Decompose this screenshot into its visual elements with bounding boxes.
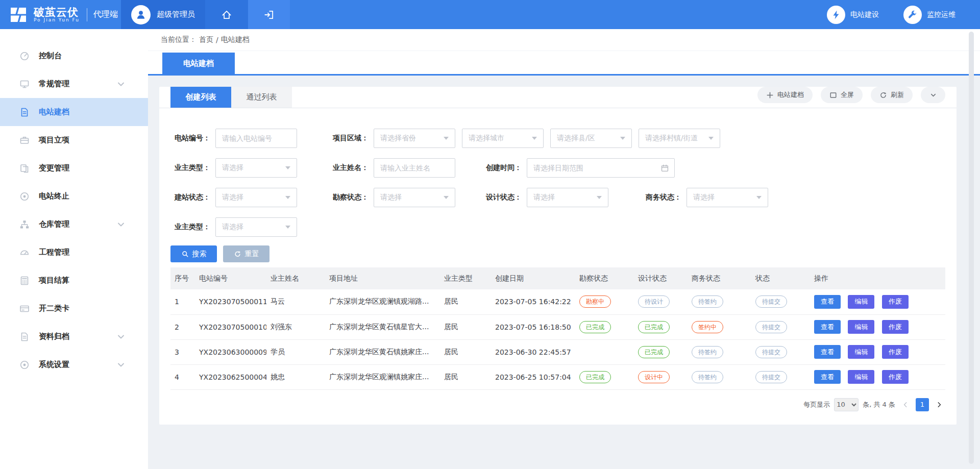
sidebar-item-engineering-mgmt[interactable]: 工程管理 bbox=[0, 238, 148, 266]
edit-button[interactable]: 编辑 bbox=[848, 295, 874, 309]
station-code-input[interactable] bbox=[216, 129, 297, 147]
nav-station-build-label: 电站建设 bbox=[850, 10, 879, 19]
list-toolbar: 创建列表 通过列表 电站建档 全屏 刷新 bbox=[159, 87, 957, 108]
sidebar: 控制台 常规管理 电站建档 项目立项 变更管理 电站终止 仓库管理 工程管理 项… bbox=[0, 29, 148, 469]
reset-icon bbox=[234, 250, 241, 258]
breadcrumb: 当前位置： 首页 / 电站建档 bbox=[148, 29, 980, 51]
sidebar-item-system-settings[interactable]: 系统设置 bbox=[0, 351, 148, 379]
add-station-button[interactable]: 电站建档 bbox=[757, 87, 813, 103]
user-menu[interactable]: 超级管理员 bbox=[121, 0, 205, 29]
prev-page-button[interactable] bbox=[899, 399, 912, 411]
survey-status-badge: 已完成 bbox=[579, 321, 611, 333]
town-select[interactable]: 请选择村镇/街道 bbox=[639, 129, 720, 148]
home-button[interactable] bbox=[205, 0, 248, 29]
nav-monitor-ops[interactable]: 监控运维 bbox=[903, 0, 955, 29]
owner-type2-select[interactable]: 请选择 bbox=[215, 217, 297, 237]
bolt-icon bbox=[831, 10, 841, 20]
business-status-select[interactable]: 请选择 bbox=[687, 188, 768, 207]
sidebar-item-station-termination[interactable]: 电站终止 bbox=[0, 182, 148, 210]
search-button[interactable]: 搜索 bbox=[170, 245, 217, 262]
city-select[interactable]: 请选择城市 bbox=[462, 129, 544, 148]
fullscreen-icon bbox=[829, 91, 837, 99]
business-status-badge: 待签约 bbox=[692, 371, 723, 383]
monitor-icon bbox=[19, 79, 30, 89]
brand-logo-icon bbox=[8, 5, 29, 25]
view-button[interactable]: 查看 bbox=[814, 370, 841, 384]
plus-icon bbox=[766, 91, 774, 99]
caret-icon bbox=[444, 137, 449, 140]
table-row: 4 YX2023062500004 姚忠 广东深圳龙华区观澜镇姚家庄... 居民… bbox=[170, 364, 945, 389]
per-page-select[interactable]: 10 bbox=[834, 398, 859, 411]
caret-icon bbox=[444, 196, 449, 199]
edit-button[interactable]: 编辑 bbox=[848, 320, 874, 334]
date-range-input[interactable] bbox=[527, 159, 660, 177]
design-status-select[interactable]: 请选择 bbox=[527, 188, 608, 207]
owner-name-input[interactable] bbox=[374, 159, 455, 177]
sidebar-item-station-archive[interactable]: 电站建档 bbox=[0, 98, 148, 126]
sidebar-item-general-mgmt[interactable]: 常规管理 bbox=[0, 70, 148, 98]
caret-icon bbox=[597, 196, 602, 199]
chevron-left-icon bbox=[902, 401, 909, 408]
nav-station-build[interactable]: 电站建设 bbox=[827, 0, 879, 29]
caret-icon bbox=[532, 137, 537, 140]
total-count-label: 条, 共 4 条 bbox=[863, 400, 895, 409]
sidebar-item-project-settlement[interactable]: 项目结算 bbox=[0, 266, 148, 294]
fullscreen-button[interactable]: 全屏 bbox=[821, 87, 863, 103]
chevron-down-icon bbox=[116, 332, 126, 342]
breadcrumb-prefix: 当前位置： bbox=[161, 35, 197, 44]
design-status-badge: 已完成 bbox=[638, 346, 670, 358]
void-button[interactable]: 作废 bbox=[882, 320, 909, 334]
reset-button[interactable]: 重置 bbox=[223, 245, 270, 262]
sidebar-item-project-initiation[interactable]: 项目立项 bbox=[0, 126, 148, 154]
sidebar-item-warehouse-mgmt[interactable]: 仓库管理 bbox=[0, 210, 148, 238]
view-button[interactable]: 查看 bbox=[814, 320, 841, 334]
void-button[interactable]: 作废 bbox=[882, 295, 909, 309]
province-select[interactable]: 请选择省份 bbox=[374, 129, 455, 148]
collapse-button[interactable] bbox=[921, 87, 945, 103]
sidebar-item-change-mgmt[interactable]: 变更管理 bbox=[0, 154, 148, 182]
avatar bbox=[131, 5, 151, 24]
bank-card-icon bbox=[19, 304, 30, 314]
page-tab-station-archive[interactable]: 电站建档 bbox=[162, 53, 235, 74]
breadcrumb-home[interactable]: 首页 bbox=[199, 35, 213, 44]
logout-icon bbox=[263, 9, 275, 20]
edit-button[interactable]: 编辑 bbox=[848, 345, 874, 359]
sidebar-item-console[interactable]: 控制台 bbox=[0, 42, 148, 70]
design-status-badge: 待设计 bbox=[638, 295, 670, 308]
table-row: 2 YX2023070500010 刘强东 广东深圳龙华区黄石镇星官大... 居… bbox=[170, 314, 945, 339]
brand-title: 破茧云伏 bbox=[34, 7, 80, 18]
tab-approved-list[interactable]: 通过列表 bbox=[231, 87, 292, 108]
owner-name-label: 业主姓名： bbox=[329, 163, 374, 172]
refresh-button[interactable]: 刷新 bbox=[871, 87, 913, 103]
owner-type2-label: 业主类型： bbox=[170, 223, 215, 232]
caret-icon bbox=[285, 226, 290, 229]
content-card: 创建列表 通过列表 电站建档 全屏 刷新 bbox=[159, 87, 957, 425]
build-status-label: 建站状态： bbox=[170, 193, 215, 202]
page-number-1[interactable]: 1 bbox=[916, 398, 929, 411]
next-page-button[interactable] bbox=[933, 399, 945, 411]
survey-status-label: 勘察状态： bbox=[329, 193, 374, 202]
void-button[interactable]: 作废 bbox=[882, 345, 909, 359]
caret-icon bbox=[756, 196, 762, 199]
region-label: 项目区域： bbox=[329, 134, 374, 143]
status-badge: 待提交 bbox=[755, 321, 787, 333]
view-button[interactable]: 查看 bbox=[814, 295, 841, 309]
sidebar-item-data-archive[interactable]: 资料归档 bbox=[0, 323, 148, 351]
build-status-select[interactable]: 请选择 bbox=[215, 188, 297, 207]
business-status-badge: 待签约 bbox=[692, 295, 723, 308]
per-page-label: 每页显示 bbox=[803, 400, 830, 409]
station-code-label: 电站编号： bbox=[170, 134, 215, 143]
logout-button[interactable] bbox=[248, 0, 290, 29]
status-badge: 待提交 bbox=[755, 346, 787, 358]
county-select[interactable]: 请选择县/区 bbox=[550, 129, 632, 148]
owner-type-select[interactable]: 请选择 bbox=[215, 158, 297, 178]
void-button[interactable]: 作废 bbox=[882, 370, 909, 384]
survey-status-select[interactable]: 请选择 bbox=[374, 188, 455, 207]
sidebar-item-type2-card[interactable]: 开二类卡 bbox=[0, 294, 148, 323]
edit-button[interactable]: 编辑 bbox=[848, 370, 874, 384]
chevron-right-icon bbox=[936, 401, 943, 408]
list-tabs: 创建列表 通过列表 bbox=[170, 87, 292, 108]
scrollbar[interactable] bbox=[969, 32, 974, 464]
view-button[interactable]: 查看 bbox=[814, 345, 841, 359]
tab-create-list[interactable]: 创建列表 bbox=[170, 87, 231, 108]
